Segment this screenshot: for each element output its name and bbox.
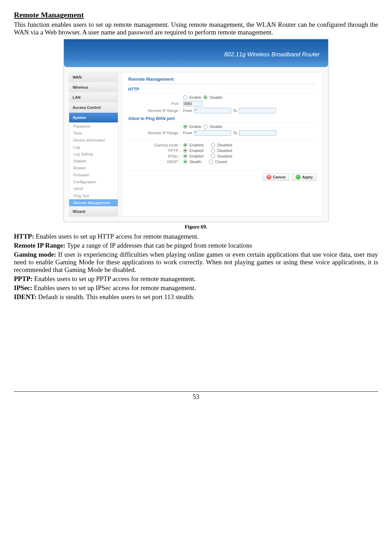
sidebar-sub-upnp[interactable]: UPnP (69, 185, 118, 192)
ident-label: IDENT : (128, 160, 183, 164)
gaming-disabled-radio[interactable] (211, 143, 215, 147)
sidebar-item-wizard[interactable]: Wizard (69, 206, 118, 216)
ipsec-enabled-radio[interactable] (183, 154, 187, 158)
sidebar-item-wireless[interactable]: Wireless (69, 82, 118, 93)
sidebar-sub-ping-test[interactable]: Ping Test (69, 192, 118, 199)
cancel-button[interactable]: Cancel (263, 173, 289, 181)
sidebar-sub-firmware[interactable]: Firmware (69, 171, 118, 178)
ping-ip-label: Remote IP Range : (128, 131, 183, 135)
apply-button[interactable]: Apply (292, 173, 317, 181)
http-enable-radio[interactable] (183, 95, 187, 99)
http-def: Enables users to set up HTTP access for … (36, 233, 199, 240)
sidebar-sub-configuration[interactable]: Configuration (69, 178, 118, 185)
ipsec-enabled-label: Enabled (189, 154, 203, 158)
sidebar-sub-device-info[interactable]: Device Information (69, 137, 118, 144)
apply-icon (296, 175, 301, 179)
panel-title: Remote Management (128, 75, 317, 84)
http-to-input[interactable] (239, 108, 276, 113)
ident-closed-label: Closed (215, 160, 227, 164)
figure-caption: Figure 69. (14, 224, 378, 230)
http-ip-label: Remote IP Range : (128, 109, 183, 113)
ping-disable-label: Disable (210, 125, 222, 129)
content-panel: Remote Management HTTP Enable Disable Po… (122, 72, 323, 217)
gaming-enabled-label: Enabled (189, 143, 203, 147)
ping-enable-radio[interactable] (183, 125, 187, 129)
cancel-icon (267, 175, 271, 179)
definitions: HTTP: Enables users to set up HTTP acces… (14, 233, 378, 301)
sidebar-sub-statistic[interactable]: Statistic (69, 158, 118, 165)
ping-enable-label: Enable (189, 125, 201, 129)
http-enable-label: Enable (189, 95, 201, 99)
http-from-label: From (183, 109, 192, 113)
ident-closed-radio[interactable] (209, 160, 213, 164)
gaming-enabled-radio[interactable] (183, 143, 187, 147)
gaming-label: Gaming mode : (128, 143, 183, 147)
sidebar-sub-log[interactable]: Log (69, 144, 118, 151)
ping-to-label: To (233, 131, 237, 135)
sidebar-sub-log-setting[interactable]: Log Setting (69, 151, 118, 158)
ident-stealth-label: Stealth (189, 160, 201, 164)
http-from-input[interactable] (194, 108, 231, 113)
ipsec-disabled-radio[interactable] (211, 154, 215, 158)
pptp-label: PPTP : (128, 149, 183, 153)
router-screenshot: 802.11g Wireless Broadband Router WAN Wi… (64, 39, 328, 222)
router-banner: 802.11g Wireless Broadband Router (64, 39, 328, 67)
sidebar-sub-restart[interactable]: Restart (69, 165, 118, 171)
http-section: HTTP (128, 87, 317, 93)
ipsec-label: IPSec : (128, 154, 183, 158)
http-to-label: To (233, 109, 237, 113)
port-label: Port : (128, 102, 183, 106)
http-disable-label: Disable (210, 95, 222, 99)
ping-from-label: From (183, 131, 192, 135)
http-disable-radio[interactable] (203, 95, 207, 99)
gaming-disabled-label: Disabled (217, 143, 232, 147)
page-number: 53 (14, 391, 378, 401)
apply-button-label: Apply (302, 175, 313, 179)
banner-text: 802.11g Wireless Broadband Router (224, 51, 320, 58)
sidebar-item-access-control[interactable]: Access Control (69, 103, 118, 113)
pptp-def: Enables users to set up PPTP access for … (34, 275, 196, 282)
figure-wrap: 802.11g Wireless Broadband Router WAN Wi… (14, 39, 378, 222)
ping-from-input[interactable] (194, 130, 231, 136)
pptp-disabled-label: Disabled (217, 149, 232, 153)
ipsec-def: Enables users to set up IPSec access for… (34, 284, 196, 291)
ident-def: Default is stealth. This enables users t… (38, 293, 195, 300)
ping-disable-radio[interactable] (203, 125, 207, 129)
sidebar-item-lan[interactable]: LAN (69, 93, 118, 103)
ipsec-disabled-label: Disabled (217, 154, 232, 158)
pptp-enabled-label: Enabled (189, 149, 203, 153)
sidebar: WAN Wireless LAN Access Control System P… (69, 72, 118, 217)
sidebar-item-system[interactable]: System (69, 113, 118, 123)
sidebar-sub-remote-management[interactable]: Remote Management (69, 199, 118, 206)
intro-paragraph: This function enables users to set up re… (14, 21, 378, 36)
ident-stealth-radio[interactable] (183, 160, 187, 164)
pptp-disabled-radio[interactable] (211, 149, 215, 153)
section-title: Remote Management (14, 10, 378, 19)
ping-section: Allow to Ping WAN port (128, 116, 317, 122)
cancel-button-label: Cancel (273, 175, 285, 179)
remote-ip-def: Type a range of IP addresses that can be… (67, 242, 252, 249)
port-input[interactable] (183, 101, 203, 106)
pptp-enabled-radio[interactable] (183, 149, 187, 153)
sidebar-item-wan[interactable]: WAN (69, 72, 118, 82)
sidebar-sub-password[interactable]: Password (69, 123, 118, 130)
ping-to-input[interactable] (239, 130, 276, 136)
sidebar-sub-time[interactable]: Time (69, 130, 118, 137)
gaming-def: If user is experiencing difficulties whe… (14, 251, 378, 273)
